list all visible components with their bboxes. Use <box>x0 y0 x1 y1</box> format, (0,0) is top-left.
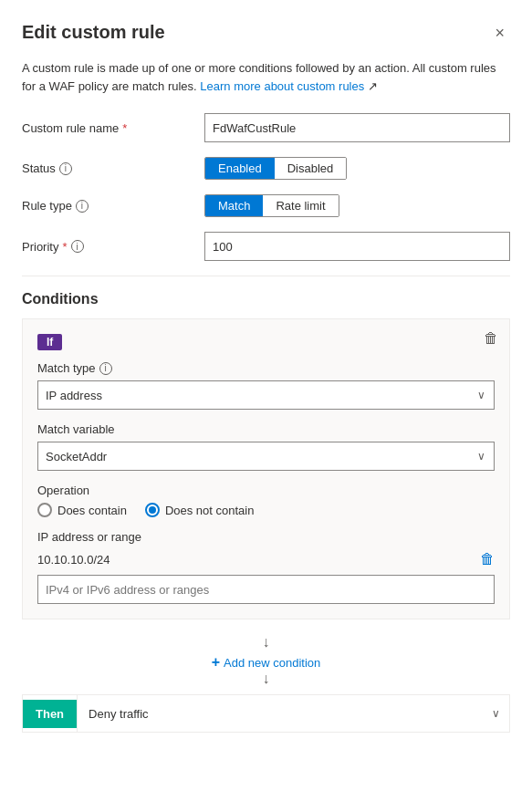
status-control: Enabled Disabled <box>204 157 510 180</box>
match-variable-wrapper: SocketAddr <box>37 442 495 471</box>
match-variable-select[interactable]: SocketAddr <box>37 442 495 471</box>
if-badge: If <box>37 334 62 350</box>
panel-description: A custom rule is made up of one or more … <box>22 59 510 95</box>
add-condition-area: ↓ + Add new condition ↓ <box>22 634 510 687</box>
then-action-select[interactable]: Deny traffic Allow Log Redirect <box>77 695 509 732</box>
ip-range-input[interactable] <box>37 575 495 604</box>
priority-input[interactable] <box>204 232 510 261</box>
then-badge: Then <box>23 700 77 728</box>
arrow-down-icon: ↓ <box>22 634 510 650</box>
arrow-down-icon-2: ↓ <box>22 671 510 687</box>
status-enabled-button[interactable]: Enabled <box>205 158 275 179</box>
rule-type-label: Rule type i <box>22 199 204 213</box>
panel-header: Edit custom rule × <box>22 22 510 45</box>
status-row: Status i Enabled Disabled <box>22 157 510 180</box>
status-disabled-button[interactable]: Disabled <box>275 158 347 179</box>
then-row: Then Deny traffic Allow Log Redirect <box>22 694 510 733</box>
status-toggle-group: Enabled Disabled <box>204 157 347 180</box>
rule-type-row: Rule type i Match Rate limit <box>22 194 510 217</box>
learn-more-link[interactable]: Learn more about custom rules <box>200 79 364 93</box>
priority-info-icon: i <box>71 240 84 253</box>
condition-card: If 🗑 Match type i IP address Match varia… <box>22 318 510 619</box>
custom-rule-name-label: Custom rule name * <box>22 121 204 135</box>
edit-custom-rule-panel: Edit custom rule × A custom rule is made… <box>0 0 532 755</box>
add-condition-button[interactable]: + Add new condition <box>212 654 321 671</box>
does-not-contain-option[interactable]: Does not contain <box>145 503 255 517</box>
delete-condition-icon[interactable]: 🗑 <box>484 330 498 347</box>
match-type-label: Match type i <box>37 361 495 375</box>
delete-ip-icon[interactable]: 🗑 <box>480 551 495 567</box>
rule-type-info-icon: i <box>76 200 89 213</box>
divider <box>22 276 510 276</box>
match-type-wrapper: IP address <box>37 380 495 410</box>
ip-range-section: IP address or range 10.10.10.0/24 🗑 <box>37 530 495 604</box>
match-type-select[interactable]: IP address <box>37 380 495 410</box>
custom-rule-name-control <box>204 113 510 142</box>
required-marker: * <box>122 121 127 135</box>
does-contain-radio[interactable] <box>37 503 52 517</box>
add-icon: + <box>212 654 220 671</box>
rule-type-rate-limit-button[interactable]: Rate limit <box>263 195 338 216</box>
close-button[interactable]: × <box>489 22 510 45</box>
operation-radio-group: Does contain Does not contain <box>37 503 495 517</box>
does-contain-option[interactable]: Does contain <box>37 503 127 517</box>
match-type-info-icon: i <box>99 362 112 375</box>
panel-title: Edit custom rule <box>22 22 165 43</box>
status-info-icon: i <box>59 162 72 175</box>
then-select-wrapper: Deny traffic Allow Log Redirect <box>77 695 509 732</box>
rule-type-toggle-group: Match Rate limit <box>204 194 339 217</box>
priority-label: Priority * i <box>22 240 204 254</box>
ip-entry: 10.10.10.0/24 🗑 <box>37 551 495 567</box>
priority-control <box>204 232 510 261</box>
custom-rule-name-row: Custom rule name * <box>22 113 510 142</box>
status-label: Status i <box>22 161 204 175</box>
ip-range-label: IP address or range <box>37 530 495 544</box>
conditions-section-title: Conditions <box>22 291 510 307</box>
operation-label: Operation <box>37 484 495 497</box>
does-not-contain-radio[interactable] <box>145 503 160 517</box>
priority-row: Priority * i <box>22 232 510 261</box>
match-variable-label: Match variable <box>37 422 495 436</box>
priority-required-marker: * <box>62 240 67 254</box>
ip-value: 10.10.10.0/24 <box>37 553 110 567</box>
rule-type-control: Match Rate limit <box>204 194 510 217</box>
rule-type-match-button[interactable]: Match <box>205 195 263 216</box>
custom-rule-name-input[interactable] <box>204 113 510 142</box>
